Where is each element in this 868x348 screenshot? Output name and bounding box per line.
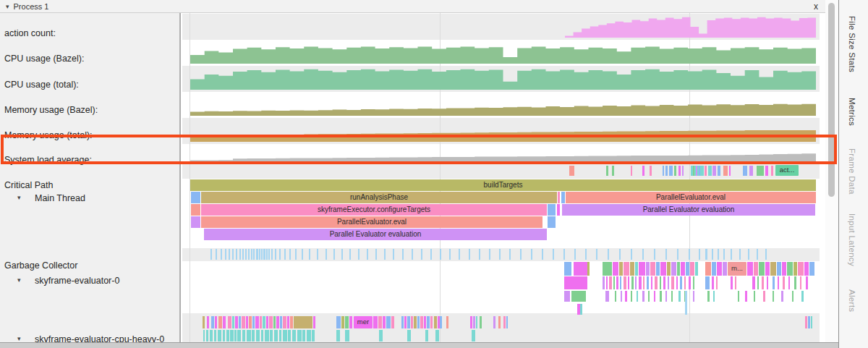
trace-slice[interactable] bbox=[801, 291, 804, 302]
trace-slice[interactable] bbox=[249, 316, 252, 328]
trace-slice[interactable] bbox=[695, 262, 698, 276]
trace-tick[interactable] bbox=[253, 249, 255, 260]
trace-slice[interactable] bbox=[804, 262, 809, 276]
trace-slice[interactable] bbox=[773, 291, 774, 302]
trace-slice[interactable] bbox=[650, 262, 655, 276]
trace-slice[interactable] bbox=[749, 166, 753, 176]
trace-slice[interactable] bbox=[752, 276, 755, 289]
trace-slice[interactable] bbox=[660, 291, 662, 302]
trace-slice[interactable] bbox=[270, 330, 273, 341]
trace-slice[interactable] bbox=[763, 291, 765, 302]
trace-slice[interactable] bbox=[260, 316, 262, 328]
trace-tick[interactable] bbox=[677, 249, 678, 260]
trace-slice[interactable] bbox=[787, 262, 793, 276]
trace-slice[interactable] bbox=[770, 262, 776, 276]
trace-slice[interactable] bbox=[680, 276, 682, 289]
trace-slice[interactable] bbox=[279, 330, 281, 341]
trace-slice[interactable] bbox=[280, 316, 282, 328]
trace-tick[interactable] bbox=[739, 249, 741, 260]
trace-tick[interactable] bbox=[259, 249, 260, 260]
trace-slice[interactable]: Parallel Evaluator evaluation bbox=[562, 204, 815, 216]
trace-slice[interactable] bbox=[302, 330, 305, 341]
trace-slice[interactable] bbox=[690, 262, 694, 276]
trace-slice[interactable] bbox=[731, 276, 733, 289]
trace-tick[interactable] bbox=[596, 249, 597, 260]
counter-chart-cpu_bazel[interactable] bbox=[190, 42, 816, 64]
trace-tick[interactable] bbox=[295, 249, 297, 260]
trace-slice[interactable] bbox=[635, 276, 637, 289]
trace-slice[interactable] bbox=[242, 330, 245, 341]
trace-slice[interactable] bbox=[765, 166, 768, 176]
trace-tick[interactable] bbox=[705, 249, 707, 260]
trace-slice[interactable] bbox=[665, 166, 668, 176]
trace-slice[interactable] bbox=[266, 316, 268, 328]
trace-slice[interactable] bbox=[564, 262, 571, 276]
trace-slice[interactable] bbox=[643, 276, 644, 289]
trace-slice[interactable] bbox=[476, 316, 477, 328]
trace-slice[interactable] bbox=[569, 166, 574, 176]
trace-tick[interactable] bbox=[393, 249, 394, 260]
trace-slice[interactable] bbox=[391, 316, 394, 328]
trace-slice[interactable] bbox=[603, 262, 612, 276]
trace-slice[interactable] bbox=[256, 330, 260, 341]
trace-slice[interactable] bbox=[654, 291, 655, 302]
trace-slice[interactable] bbox=[762, 276, 764, 289]
trace-slice[interactable] bbox=[287, 316, 289, 328]
trace-tick[interactable] bbox=[542, 249, 543, 260]
trace-slice[interactable] bbox=[290, 316, 293, 328]
trace-tick[interactable] bbox=[367, 249, 368, 260]
trace-slice[interactable] bbox=[646, 262, 650, 276]
trace-slice[interactable] bbox=[407, 330, 411, 341]
trace-slice[interactable] bbox=[757, 166, 764, 176]
trace-slice[interactable] bbox=[252, 330, 255, 341]
trace-tick[interactable] bbox=[248, 249, 250, 260]
trace-slice[interactable] bbox=[771, 166, 773, 176]
trace-slice[interactable] bbox=[708, 166, 712, 176]
trace-slice[interactable] bbox=[218, 316, 222, 328]
trace-slice[interactable] bbox=[678, 166, 681, 176]
trace-slice[interactable] bbox=[210, 330, 213, 341]
trace-slice[interactable] bbox=[506, 316, 508, 328]
trace-slice[interactable] bbox=[215, 316, 217, 328]
trace-slice[interactable] bbox=[269, 316, 273, 328]
trace-tick[interactable] bbox=[631, 249, 632, 260]
counter-chart-action[interactable] bbox=[565, 16, 816, 38]
trace-tick[interactable] bbox=[469, 249, 470, 260]
trace-slice[interactable] bbox=[404, 316, 407, 328]
trace-slice[interactable] bbox=[606, 276, 608, 289]
sidebar-tab-file-size-stats[interactable]: File Size Stats bbox=[848, 16, 856, 72]
trace-slice[interactable] bbox=[440, 316, 442, 328]
trace-slice[interactable] bbox=[246, 316, 248, 328]
trace-slice[interactable]: buildTargets bbox=[190, 179, 816, 191]
trace-tick[interactable] bbox=[563, 249, 565, 260]
trace-tick[interactable] bbox=[765, 249, 767, 260]
trace-slice[interactable] bbox=[696, 166, 697, 176]
trace-slice[interactable] bbox=[669, 166, 673, 176]
trace-slice[interactable] bbox=[685, 291, 687, 315]
trace-tick[interactable] bbox=[271, 249, 273, 260]
trace-slice[interactable] bbox=[630, 262, 634, 276]
trace-slice[interactable] bbox=[778, 276, 779, 289]
trace-slice[interactable] bbox=[615, 291, 616, 302]
trace-tick[interactable] bbox=[430, 249, 432, 260]
trace-tick[interactable] bbox=[245, 249, 247, 260]
trace-slice[interactable] bbox=[773, 276, 775, 289]
trace-slice[interactable] bbox=[717, 262, 722, 276]
trace-slice[interactable] bbox=[682, 166, 684, 176]
trace-slice[interactable] bbox=[660, 262, 666, 276]
trace-slice[interactable] bbox=[754, 291, 755, 302]
trace-tick[interactable] bbox=[225, 249, 226, 260]
trace-slice[interactable] bbox=[349, 316, 352, 328]
trace-slice[interactable] bbox=[283, 330, 287, 341]
trace-slice[interactable] bbox=[228, 316, 231, 328]
trace-tick[interactable] bbox=[520, 249, 522, 260]
trace-slice[interactable] bbox=[252, 316, 255, 328]
collapse-triangle-icon[interactable]: ▾ bbox=[17, 276, 21, 284]
trace-badge[interactable]: mer bbox=[354, 316, 373, 328]
trace-slice[interactable] bbox=[800, 276, 801, 289]
trace-slice[interactable] bbox=[203, 330, 205, 341]
trace-slice[interactable] bbox=[793, 262, 797, 276]
trace-slice[interactable] bbox=[705, 276, 710, 289]
trace-slice[interactable] bbox=[473, 316, 475, 328]
trace-tick[interactable] bbox=[358, 249, 359, 260]
